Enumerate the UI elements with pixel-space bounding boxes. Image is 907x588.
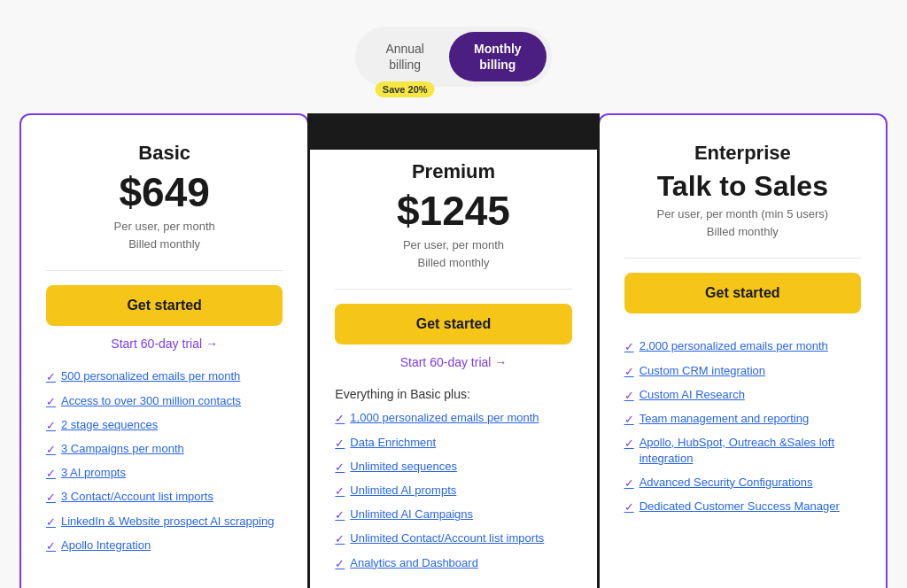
enterprise-plan-billing: Per user, per month (min 5 users) Billed… [624,205,861,240]
enterprise-plan-name: Enterprise [624,142,861,165]
billing-toggle[interactable]: Annual billing Save 20% Monthly billing [355,27,551,87]
premium-header-bar [310,116,596,150]
basic-divider [46,270,283,271]
check-icon: ✓ [46,490,56,506]
check-icon: ✓ [624,499,634,515]
list-item: ✓500 personalized emails per month [46,368,283,385]
premium-plan-billing: Per user, per month Billed monthly [335,236,571,271]
check-icon: ✓ [46,369,56,385]
plans-container: Basic $649 Per user, per month Billed mo… [19,113,888,588]
list-item: ✓Unlimited sequences [335,459,571,476]
check-icon: ✓ [46,418,56,434]
enterprise-plan-price: Talk to Sales [624,172,861,200]
basic-plan-name: Basic [46,142,283,165]
list-item: ✓Team management and reporting [624,411,861,428]
list-item: ✓Apollo, HubSpot, Outreach &Sales loft i… [624,435,861,467]
check-icon: ✓ [335,436,345,452]
list-item: ✓1,000 personalized emails per month [335,410,571,427]
check-icon: ✓ [624,476,634,491]
check-icon: ✓ [46,442,56,458]
premium-trial-link[interactable]: Start 60-day trial → [335,355,571,369]
list-item: ✓2,000 personalized emails per month [624,338,861,355]
list-item: ✓Analytics and Dashboard [335,555,571,572]
check-icon: ✓ [624,339,634,355]
list-item: ✓Dedicated Customer Success Manager [624,499,861,515]
basic-plan-price: $649 [46,172,283,213]
list-item: ✓3 AI prompts [46,465,283,482]
check-icon: ✓ [46,538,56,554]
premium-plan-price: $1245 [335,190,571,231]
annual-billing-option[interactable]: Annual billing Save 20% [360,32,449,81]
check-icon: ✓ [46,466,56,482]
check-icon: ✓ [335,411,345,427]
enterprise-feature-list: ✓2,000 personalized emails per month ✓Cu… [624,338,861,515]
basic-feature-list: ✓500 personalized emails per month ✓Acce… [46,368,283,554]
list-item: ✓Custom CRM integration [624,363,861,380]
check-icon: ✓ [46,514,56,530]
list-item: ✓3 Campaigns per month [46,441,283,458]
plan-card-basic: Basic $649 Per user, per month Billed mo… [19,113,309,588]
list-item: ✓Access to over 300 million contacts [46,393,283,410]
premium-feature-list: ✓1,000 personalized emails per month ✓Da… [335,410,571,571]
basic-get-started-button[interactable]: Get started [46,285,283,326]
list-item: ✓LinkedIn & Website prospect AI scrappin… [46,514,283,530]
monthly-billing-option[interactable]: Monthly billing [449,32,547,81]
check-icon: ✓ [624,364,634,380]
check-icon: ✓ [624,412,634,428]
basic-plan-billing: Per user, per month Billed monthly [46,218,283,252]
premium-divider [335,289,571,290]
list-item: ✓Data Enrichment [335,435,571,452]
check-icon: ✓ [335,556,345,572]
check-icon: ✓ [335,484,345,499]
check-icon: ✓ [46,394,56,410]
list-item: ✓Custom AI Research [624,387,861,404]
premium-features-intro: Everything in Basic plus: [335,387,571,401]
list-item: ✓3 Contact/Account list imports [46,489,283,506]
billing-toggle-container: Annual billing Save 20% Monthly billing [18,27,889,87]
list-item: ✓Unlimited AI Campaigns [335,507,571,523]
premium-plan-name: Premium [335,160,571,183]
basic-trial-link[interactable]: Start 60-day trial → [46,337,283,351]
check-icon: ✓ [624,436,634,452]
check-icon: ✓ [335,507,345,523]
list-item: ✓2 stage sequences [46,417,283,434]
plan-card-enterprise: Enterprise Talk to Sales Per user, per m… [598,113,888,588]
monthly-billing-label: Monthly billing [474,42,522,72]
list-item: ✓Apollo Integration [46,538,283,554]
check-icon: ✓ [335,460,345,476]
annual-billing-label: Annual billing [385,42,424,72]
list-item: ✓Unlimited AI prompts [335,483,571,499]
enterprise-get-started-button[interactable]: Get started [624,273,861,313]
save-badge: Save 20% [376,81,435,97]
check-icon: ✓ [624,388,634,404]
list-item: ✓Advanced Security Configurations [624,475,861,491]
plan-card-premium: Premium $1245 Per user, per month Billed… [307,113,599,588]
list-item: ✓Unlimited Contact/Account list imports [335,530,571,547]
check-icon: ✓ [335,531,345,547]
premium-get-started-button[interactable]: Get started [335,304,571,344]
enterprise-divider [624,258,861,259]
